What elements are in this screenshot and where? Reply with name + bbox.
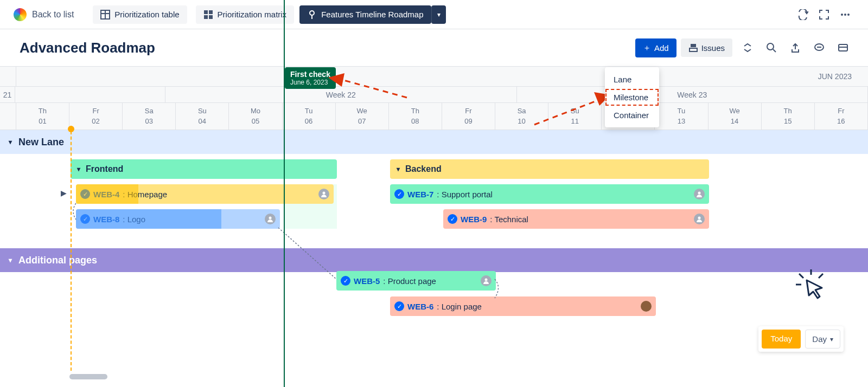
search-icon[interactable]: [763, 39, 780, 56]
task-summary: : Product page: [383, 276, 436, 286]
zoom-select[interactable]: Day ▾: [805, 330, 840, 349]
svg-point-14: [767, 43, 774, 50]
view-prioritization-matrix[interactable]: Prioritization matrix: [196, 5, 295, 24]
check-icon: ✓: [394, 189, 404, 199]
card-icon[interactable]: [834, 39, 852, 56]
task-summary: : Login page: [437, 302, 482, 311]
collapse-icon[interactable]: [739, 39, 756, 56]
task-web4[interactable]: ✓ WEB-4 : Homepage: [76, 184, 334, 204]
zoom-label: Day: [812, 334, 827, 344]
view-roadmap-label: Features Timeline Roadmap: [321, 10, 423, 19]
issues-button-label: Issues: [701, 43, 725, 53]
chevron-down-icon: ▾: [9, 138, 12, 146]
avatar-icon: [265, 214, 276, 224]
svg-rect-4: [209, 10, 213, 14]
task-summary: : Technical: [490, 215, 528, 224]
svg-point-24: [485, 279, 488, 281]
day-cell: Th15: [762, 103, 815, 130]
share-icon[interactable]: [787, 39, 804, 56]
day-cell: Tu06: [283, 103, 336, 130]
svg-rect-12: [690, 48, 697, 51]
svg-line-28: [799, 274, 803, 278]
group-frontend[interactable]: ▾ Frontend: [71, 159, 337, 179]
more-icon[interactable]: [839, 8, 852, 21]
day-cell: Su04: [176, 103, 229, 130]
add-button-label: Add: [654, 43, 669, 53]
avatar-icon: [481, 275, 492, 286]
svg-rect-6: [209, 15, 213, 19]
add-menu-lane[interactable]: Lane: [605, 70, 659, 88]
svg-point-22: [698, 192, 701, 195]
check-icon: ✓: [341, 276, 350, 286]
sync-icon[interactable]: [796, 8, 809, 21]
task-web5[interactable]: ✓ WEB-5 : Product page: [336, 271, 496, 291]
milestone-title: First check: [290, 70, 330, 79]
avatar-icon: [694, 214, 705, 224]
week-cell-21-tail: [15, 87, 165, 102]
lane-additional[interactable]: ▾ Additional pages: [0, 248, 868, 272]
annotation-arrow-right: [532, 92, 613, 130]
comment-icon[interactable]: [810, 39, 828, 56]
month-label: JUN 2023: [818, 72, 852, 81]
avatar-icon: [694, 189, 705, 199]
view-dropdown-toggle[interactable]: ▾: [431, 5, 446, 24]
group-backend[interactable]: ▾ Backend: [390, 159, 709, 179]
task-key: WEB-6: [407, 302, 433, 311]
day-cell: Th08: [389, 103, 442, 130]
add-menu-container[interactable]: Container: [605, 106, 659, 124]
fullscreen-icon[interactable]: [818, 8, 831, 21]
back-to-list-link[interactable]: Back to list: [32, 10, 74, 20]
view-prioritization-table[interactable]: Prioritization table: [93, 5, 187, 24]
svg-rect-13: [691, 44, 696, 47]
svg-point-10: [844, 14, 846, 16]
chevron-down-icon: ▾: [77, 165, 80, 173]
day-cell: We14: [709, 103, 762, 130]
svg-point-20: [323, 192, 326, 195]
task-web9[interactable]: ✓ WEB-9 : Technical: [443, 209, 709, 229]
svg-rect-3: [204, 10, 208, 14]
view-table-label: Prioritization table: [114, 10, 179, 19]
chevron-down-icon: ▾: [830, 336, 833, 343]
check-icon: ✓: [448, 214, 457, 224]
issues-button[interactable]: Issues: [681, 38, 732, 57]
drag-handle-icon[interactable]: ▶: [61, 189, 67, 197]
view-features-roadmap[interactable]: Features Timeline Roadmap: [299, 5, 431, 24]
milestone-date: June 6, 2023: [290, 79, 330, 86]
week-cell-prev: 21: [0, 87, 15, 102]
task-web8[interactable]: ✓ WEB-8 : Logo: [76, 209, 280, 229]
month-spacer: [0, 67, 16, 86]
day-cell: Fr16: [815, 103, 868, 130]
milestone-line: [284, 0, 285, 387]
svg-point-21: [269, 217, 272, 220]
group-frontend-label: Frontend: [86, 164, 123, 174]
lane-additional-label: Additional pages: [18, 255, 97, 266]
task-key: WEB-9: [461, 215, 487, 224]
chevron-down-icon: ▾: [9, 256, 12, 264]
app-logo[interactable]: [14, 8, 27, 21]
today-line: [71, 126, 72, 371]
day-cell: Fr02: [69, 103, 123, 130]
task-web7[interactable]: ✓ WEB-7 : Support portal: [390, 184, 709, 204]
svg-point-23: [698, 217, 701, 220]
svg-marker-25: [328, 73, 344, 87]
add-button[interactable]: ＋ Add: [635, 38, 676, 57]
day-cell: Sa03: [123, 103, 176, 130]
svg-line-29: [819, 274, 823, 278]
day-cell: Tu13: [655, 103, 708, 130]
add-dropdown: Lane Milestone Container: [605, 67, 659, 127]
add-menu-milestone[interactable]: Milestone: [605, 88, 659, 106]
task-key: WEB-7: [407, 190, 433, 199]
lane-new[interactable]: ▾ New Lane: [0, 130, 868, 154]
progress-fill: [76, 184, 138, 204]
cursor-click-icon: [795, 268, 827, 303]
svg-point-9: [841, 14, 843, 16]
lane-new-label: New Lane: [18, 137, 64, 148]
chevron-down-icon: ▾: [397, 165, 400, 173]
task-summary: : Support portal: [437, 190, 493, 199]
group-backend-label: Backend: [405, 164, 442, 174]
task-web6[interactable]: ✓ WEB-6 : Login page: [390, 296, 656, 316]
horizontal-scrollbar[interactable]: [69, 374, 107, 379]
page-title: Advanced Roadmap: [20, 40, 155, 56]
avatar-icon: [641, 301, 652, 312]
today-button[interactable]: Today: [762, 330, 801, 349]
